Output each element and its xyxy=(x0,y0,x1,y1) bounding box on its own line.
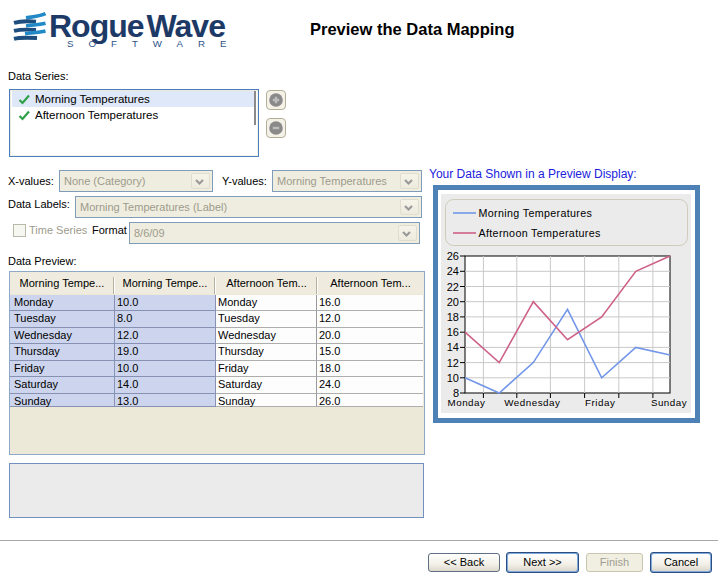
svg-text:14: 14 xyxy=(447,341,459,353)
svg-text:22: 22 xyxy=(447,281,459,293)
svg-text:Sunday: Sunday xyxy=(651,397,687,408)
svg-text:Wednesday: Wednesday xyxy=(504,397,560,408)
svg-text:12: 12 xyxy=(447,357,459,369)
svg-text:Afternoon Temperatures: Afternoon Temperatures xyxy=(479,227,601,239)
svg-text:Morning Temperatures: Morning Temperatures xyxy=(479,207,593,219)
svg-text:24: 24 xyxy=(447,265,459,277)
svg-text:18: 18 xyxy=(447,311,459,323)
svg-text:10: 10 xyxy=(447,372,459,384)
svg-text:16: 16 xyxy=(447,326,459,338)
svg-text:Friday: Friday xyxy=(585,397,615,408)
svg-text:Monday: Monday xyxy=(448,397,486,408)
svg-text:26: 26 xyxy=(447,250,459,262)
svg-text:20: 20 xyxy=(447,296,459,308)
